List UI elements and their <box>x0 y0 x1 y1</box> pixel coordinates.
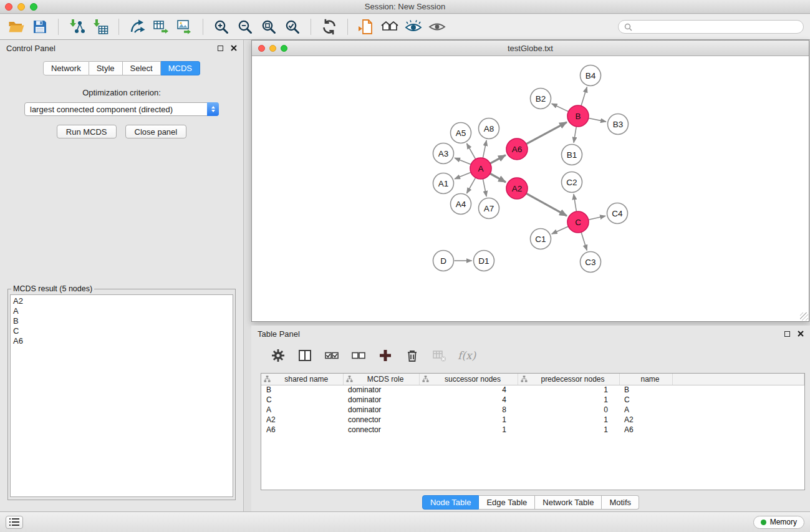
task-history-button[interactable] <box>6 516 23 529</box>
column-header-mcds-role[interactable]: MCDS role <box>343 374 419 385</box>
graph-edge-B-B4[interactable] <box>581 87 587 106</box>
graph-node-A1[interactable]: A1 <box>433 173 454 194</box>
tab-style[interactable]: Style <box>89 61 123 75</box>
graph-edge-A6-B[interactable] <box>526 122 567 144</box>
export-network-button[interactable] <box>127 17 147 37</box>
graph-node-A6[interactable]: A6 <box>506 138 528 160</box>
table-row[interactable]: Adominator80A <box>261 405 804 415</box>
network-zoom-button[interactable] <box>281 45 287 52</box>
mcds-result-item[interactable]: B <box>13 316 230 326</box>
graph-node-D1[interactable]: D1 <box>474 251 494 271</box>
tab-network-table[interactable]: Network Table <box>535 495 602 510</box>
graph-node-A7[interactable]: A7 <box>479 198 499 219</box>
save-session-button[interactable] <box>30 17 50 37</box>
show-columns-button[interactable] <box>297 347 313 364</box>
annotation-button[interactable] <box>356 17 376 37</box>
graph-node-D[interactable]: D <box>433 251 454 271</box>
tab-select[interactable]: Select <box>123 61 161 75</box>
graph-edge-C-C3[interactable] <box>581 233 587 251</box>
mcds-result-list[interactable]: A2ABCA6 <box>10 294 233 497</box>
run-mcds-button[interactable]: Run MCDS <box>57 125 117 138</box>
show-hide-button[interactable] <box>427 17 447 37</box>
graph-node-A[interactable]: A <box>470 158 491 179</box>
unselect-all-columns-button[interactable] <box>350 347 367 364</box>
graph-node-C4[interactable]: C4 <box>607 203 628 224</box>
zoom-out-button[interactable] <box>235 17 255 37</box>
table-row[interactable]: A6connector11A6 <box>261 425 804 435</box>
graph-node-C3[interactable]: C3 <box>581 252 601 273</box>
graph-node-A4[interactable]: A4 <box>451 194 471 215</box>
create-column-button[interactable] <box>377 347 393 364</box>
close-control-panel-icon[interactable] <box>231 45 237 51</box>
mcds-result-item[interactable]: A6 <box>13 336 230 346</box>
graph-edge-A-A4[interactable] <box>467 178 476 193</box>
table-row[interactable]: A2connector11A2 <box>261 415 804 425</box>
close-panel-button[interactable]: Close panel <box>125 125 187 138</box>
graph-node-C2[interactable]: C2 <box>562 172 582 193</box>
tab-motifs[interactable]: Motifs <box>602 495 639 510</box>
graph-edge-A-A6[interactable] <box>490 155 506 163</box>
close-window-button[interactable] <box>5 3 12 11</box>
table-row[interactable]: Cdominator41C <box>261 395 804 405</box>
delete-table-button[interactable] <box>431 347 447 364</box>
zoom-in-button[interactable] <box>211 17 231 37</box>
graph-edge-B-B3[interactable] <box>589 118 606 122</box>
optimization-dropdown[interactable]: largest connected component (directed) <box>24 102 219 116</box>
minimize-window-button[interactable] <box>17 3 25 11</box>
tab-mcds[interactable]: MCDS <box>161 61 200 75</box>
graph-edge-C-C4[interactable] <box>589 216 605 220</box>
network-canvas[interactable]: B4B2BB3A5A8A6B1A3AC2A1A2A4A7C4C1CC3DD1 <box>252 56 809 321</box>
network-close-button[interactable] <box>258 45 265 52</box>
graph-node-A8[interactable]: A8 <box>479 118 499 139</box>
graph-node-A3[interactable]: A3 <box>433 143 454 164</box>
import-table-button[interactable] <box>90 17 110 37</box>
export-image-button[interactable] <box>175 17 195 37</box>
select-all-columns-button[interactable] <box>324 347 340 364</box>
column-header-predecessor-nodes[interactable]: predecessor nodes <box>518 374 619 385</box>
tab-edge-table[interactable]: Edge Table <box>479 495 535 510</box>
graph-edge-A-A2[interactable] <box>490 174 506 183</box>
delete-column-button[interactable] <box>404 347 420 364</box>
mcds-result-item[interactable]: A2 <box>13 296 230 306</box>
float-table-panel-icon[interactable] <box>784 331 790 337</box>
export-table-button[interactable] <box>151 17 171 37</box>
graph-node-B1[interactable]: B1 <box>562 145 582 165</box>
graph-node-C[interactable]: C <box>567 211 589 233</box>
graph-edge-A-A5[interactable] <box>467 143 476 159</box>
graph-edge-A-A8[interactable] <box>483 140 487 158</box>
graph-edge-B-B2[interactable] <box>552 104 568 111</box>
graph-node-B3[interactable]: B3 <box>608 114 629 135</box>
import-network-button[interactable] <box>67 17 87 37</box>
graph-node-B2[interactable]: B2 <box>531 89 551 109</box>
column-header-name[interactable]: name <box>619 374 672 385</box>
zoom-selected-button[interactable] <box>282 17 302 37</box>
graphics-details-button[interactable] <box>403 17 423 37</box>
apply-layout-button[interactable] <box>319 17 339 37</box>
graph-edge-C-C1[interactable] <box>552 226 568 234</box>
neighbors-button[interactable] <box>380 17 400 37</box>
tab-node-table[interactable]: Node Table <box>422 495 480 510</box>
resize-handle[interactable] <box>800 312 808 321</box>
close-table-panel-icon[interactable] <box>798 331 804 337</box>
column-header-shared-name[interactable]: shared name <box>261 374 343 385</box>
graph-node-B[interactable]: B <box>567 105 589 127</box>
function-builder-icon[interactable]: f(x) <box>458 349 476 362</box>
mcds-result-item[interactable]: A <box>13 306 230 316</box>
graph-node-A2[interactable]: A2 <box>506 178 528 199</box>
graph-edge-A-A3[interactable] <box>455 158 471 164</box>
graph-edge-A-A7[interactable] <box>483 179 487 196</box>
graph-edge-A2-C[interactable] <box>526 193 567 216</box>
graph-edge-B-B1[interactable] <box>574 127 576 142</box>
table-row[interactable]: Bdominator41B <box>261 385 804 395</box>
graph-node-A5[interactable]: A5 <box>451 123 471 143</box>
network-minimize-button[interactable] <box>269 45 276 52</box>
tab-network[interactable]: Network <box>43 61 89 75</box>
search-input[interactable] <box>635 22 798 31</box>
graph-edge-C-C2[interactable] <box>574 194 576 211</box>
float-panel-icon[interactable] <box>218 46 223 51</box>
column-header-successor-nodes[interactable]: successor nodes <box>419 374 518 385</box>
mcds-result-item[interactable]: C <box>13 326 230 336</box>
table-settings-button[interactable] <box>270 347 286 364</box>
open-session-button[interactable] <box>6 17 26 37</box>
graph-node-C1[interactable]: C1 <box>531 229 551 249</box>
